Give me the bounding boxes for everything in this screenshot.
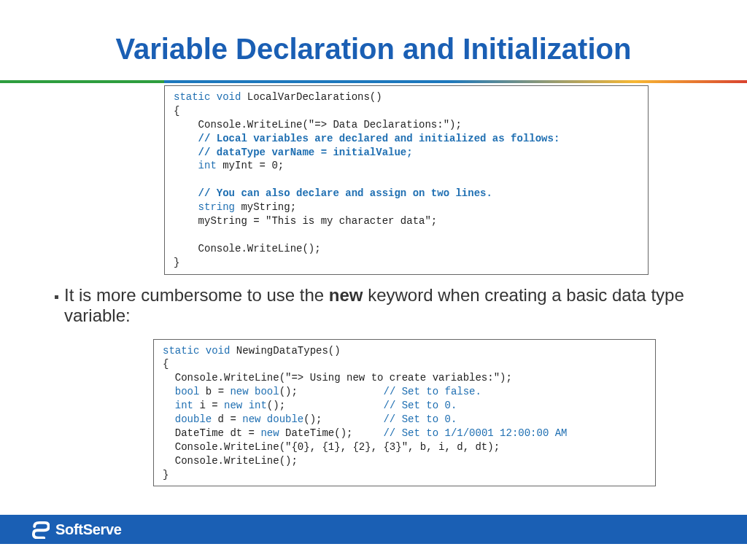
code-comment: // Set to false. xyxy=(383,386,481,397)
code-text: myString; xyxy=(235,201,296,213)
code-text: DateTime(); xyxy=(279,427,384,439)
code-keyword: new double xyxy=(242,413,303,425)
content-area: static void LocalVarDeclarations() { Con… xyxy=(0,85,747,486)
code-keyword: new int xyxy=(224,400,267,411)
code-comment: // You can also declare and assign on tw… xyxy=(174,187,492,199)
softserve-logo-icon xyxy=(31,520,50,539)
text-segment: It is more cumbersome to use the xyxy=(64,285,329,305)
code-text: } xyxy=(163,469,169,481)
code-text: b = xyxy=(199,386,230,397)
code-keyword: static void xyxy=(174,91,241,103)
accent-divider xyxy=(0,80,747,83)
bullet-text-content: It is more cumbersome to use the new key… xyxy=(64,285,692,326)
code-text: (); xyxy=(267,400,384,411)
code-comment: // Set to 0. xyxy=(383,400,457,411)
code-text: Console.WriteLine("=> Data Declarations:… xyxy=(174,119,462,131)
code-text: LocalVarDeclarations() xyxy=(241,91,382,103)
bullet-marker xyxy=(55,295,58,299)
code-comment: // Local variables are declared and init… xyxy=(174,133,560,144)
code-text: d = xyxy=(212,413,242,425)
code-comment: // Set to 1/1/0001 12:00:00 AM xyxy=(383,427,567,439)
code-block-2: static void NewingDataTypes() { Console.… xyxy=(153,339,656,487)
code-text: (); xyxy=(303,413,383,425)
code-keyword: int xyxy=(163,400,193,411)
code-text: Console.WriteLine("=> Using new to creat… xyxy=(163,372,512,384)
code-text: DateTime dt = xyxy=(163,427,260,439)
code-keyword: double xyxy=(163,413,212,425)
code-comment: // dataType varName = initialValue; xyxy=(174,147,413,158)
slide-title: Variable Declaration and Initialization xyxy=(0,0,747,80)
code-keyword: new bool xyxy=(230,386,279,397)
code-text: myInt = 0; xyxy=(217,160,284,171)
code-text: i = xyxy=(193,400,224,411)
code-keyword: bool xyxy=(163,386,199,397)
code-text: Console.WriteLine(); xyxy=(174,243,321,254)
code-text: Console.WriteLine("{0}, {1}, {2}, {3}", … xyxy=(163,441,500,453)
bullet-item: It is more cumbersome to use the new key… xyxy=(55,275,692,339)
code-text: Console.WriteLine(); xyxy=(163,455,298,467)
text-bold: new xyxy=(329,285,363,305)
code-keyword: new xyxy=(260,427,279,439)
code-text: myString = "This is my character data"; xyxy=(174,215,437,227)
code-text: } xyxy=(174,257,179,268)
code-text: { xyxy=(174,105,179,117)
code-text: NewingDataTypes() xyxy=(230,345,340,357)
code-keyword: static void xyxy=(163,345,230,357)
code-comment: // Set to 0. xyxy=(383,413,457,425)
code-text: (); xyxy=(279,386,384,397)
code-keyword: string xyxy=(174,201,235,213)
code-keyword: int xyxy=(174,160,217,171)
code-text: { xyxy=(163,358,169,370)
footer-brand-text: SoftServe xyxy=(55,521,122,538)
footer: SoftServe xyxy=(0,515,747,544)
code-block-1: static void LocalVarDeclarations() { Con… xyxy=(164,85,649,275)
